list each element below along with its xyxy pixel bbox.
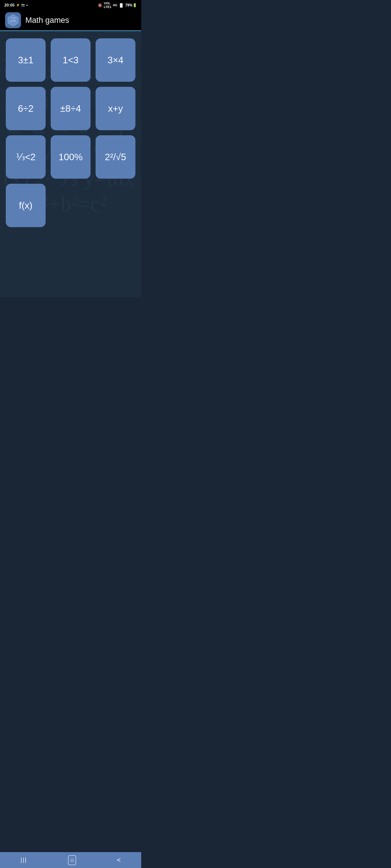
game-card-empty: [96, 184, 135, 227]
activity-icons: ⚡ 📷: [16, 3, 25, 7]
game-card-empty: [51, 184, 91, 227]
game-card-plus-minus[interactable]: 3±1: [6, 38, 46, 82]
game-card-signed-divide[interactable]: ±8÷4: [51, 87, 91, 130]
app-logo-svg: 7 11 2 5 4 3: [7, 14, 20, 27]
game-card-fractions[interactable]: ⅓<2: [6, 135, 46, 179]
app-icon: 7 11 2 5 4 3: [5, 12, 21, 28]
game-card-less-than[interactable]: 1<3: [51, 38, 91, 82]
game-card-multiply[interactable]: 3×4: [96, 38, 135, 82]
mute-icon: 🔇: [98, 3, 102, 7]
battery-percent: 79%🔋: [125, 3, 137, 7]
status-time-section: 20:05 ⚡ 📷 •: [4, 3, 28, 7]
game-card-divide[interactable]: 6÷2: [6, 87, 46, 130]
time-display: 20:05: [4, 3, 14, 7]
game-card-algebra[interactable]: x+y: [96, 87, 135, 130]
app-title: Math games: [25, 16, 69, 25]
network-4g: 4G: [113, 3, 117, 7]
games-grid: 3±11<33×46÷2±8÷4x+y⅓<2100%2²/√5f(x): [6, 38, 135, 227]
status-bar: 20:05 ⚡ 📷 • 🔇 VOLLTE1 4G ▐▌ 79%🔋: [0, 0, 141, 10]
game-card-power-root[interactable]: 2²/√5: [96, 135, 135, 179]
status-icons-section: 🔇 VOLLTE1 4G ▐▌ 79%🔋: [98, 1, 137, 9]
signal-text: VOLLTE1: [104, 1, 111, 9]
app-bar: 7 11 2 5 4 3 Math games: [0, 10, 141, 31]
main-content: ∫ ∑ π √ ² ÷ × ± % < > = ≤ ≥ ∞ Δ θ α β γ …: [0, 31, 141, 297]
svg-text:2 5 4 3: 2 5 4 3: [10, 20, 16, 22]
game-card-percent[interactable]: 100%: [51, 135, 91, 179]
dot-indicator: •: [26, 3, 28, 7]
game-card-functions[interactable]: f(x): [6, 184, 46, 227]
signal-bars-icon: ▐▌: [119, 3, 124, 7]
svg-text:7 11: 7 11: [11, 17, 15, 19]
